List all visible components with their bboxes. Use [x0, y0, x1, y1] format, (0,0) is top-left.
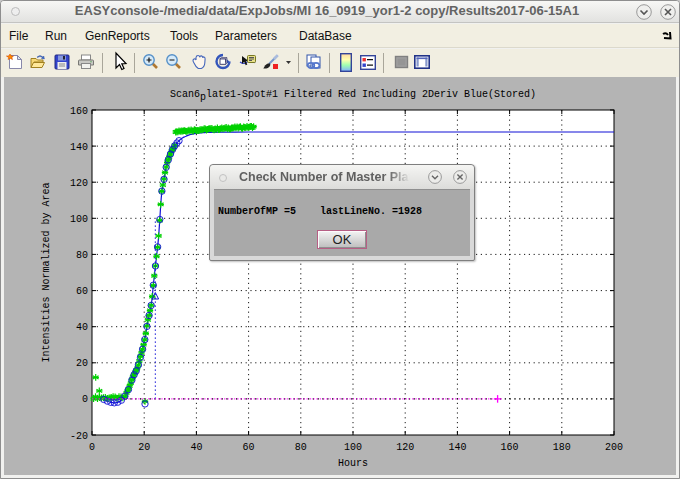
svg-text:120: 120 — [396, 442, 414, 453]
svg-text:60: 60 — [76, 286, 88, 297]
svg-text:140: 140 — [448, 442, 466, 453]
svg-text:0: 0 — [89, 442, 95, 453]
svg-text:80: 80 — [76, 250, 88, 261]
svg-text:60: 60 — [243, 442, 255, 453]
svg-text:180: 180 — [553, 442, 571, 453]
svg-text:140: 140 — [70, 142, 88, 153]
svg-text:Hours: Hours — [338, 458, 368, 469]
svg-text:200: 200 — [605, 442, 623, 453]
svg-text:Scan6plate1-Spot#1 Filtered Re: Scan6plate1-Spot#1 Filtered Red Includin… — [170, 89, 536, 103]
svg-text:160: 160 — [70, 106, 88, 117]
svg-text:120: 120 — [70, 178, 88, 189]
svg-text:40: 40 — [190, 442, 202, 453]
svg-text:100: 100 — [344, 442, 362, 453]
svg-text:20: 20 — [138, 442, 150, 453]
svg-text:0: 0 — [82, 394, 88, 405]
svg-text:20: 20 — [76, 358, 88, 369]
svg-text:80: 80 — [295, 442, 307, 453]
svg-text:40: 40 — [76, 322, 88, 333]
svg-text:-20: -20 — [70, 431, 88, 442]
svg-text:100: 100 — [70, 214, 88, 225]
svg-text:160: 160 — [501, 442, 519, 453]
svg-text:Intensities Normalized by Area: Intensities Normalized by Area — [41, 182, 52, 362]
